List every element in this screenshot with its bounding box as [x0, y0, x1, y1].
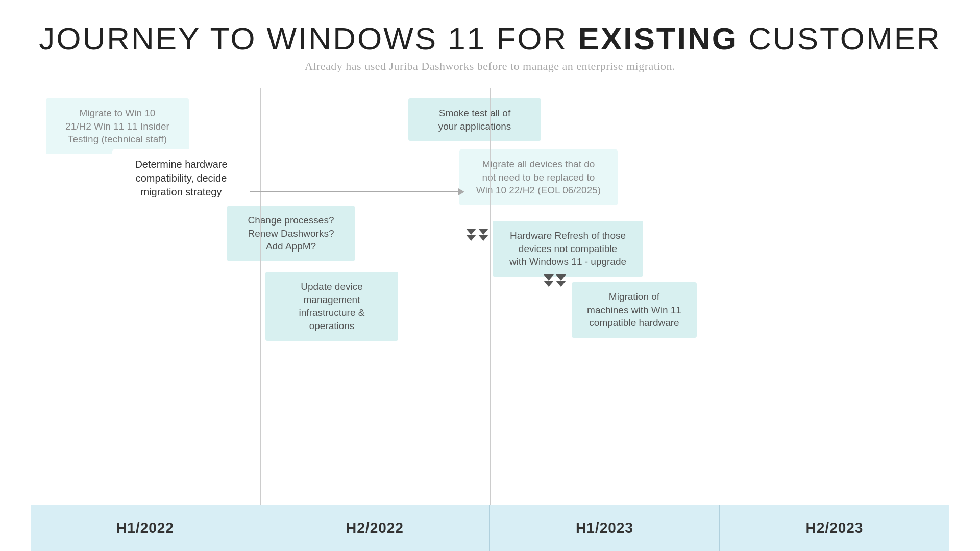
box-change-processes: Change processes?Renew Dashworks?Add App… [227, 206, 355, 261]
double-chevron-2 [544, 274, 566, 287]
title-section: JOURNEY TO WINDOWS 11 FOR EXISTING CUSTO… [39, 20, 941, 73]
change-processes-text: Change processes?Renew Dashworks?Add App… [248, 215, 334, 252]
box-update-device: Update devicemanagementinfrastructure & … [265, 272, 398, 341]
title-end: CUSTOMER [738, 21, 941, 56]
box-migrate-devices: Migrate all devices that donot need to b… [459, 149, 618, 205]
migrate-win10-text: Migrate to Win 1021/H2 Win 11 11 Insider… [65, 108, 169, 144]
page-container: JOURNEY TO WINDOWS 11 FOR EXISTING CUSTO… [0, 0, 980, 551]
title-normal: JOURNEY TO WINDOWS 11 FOR [39, 21, 578, 56]
update-device-text: Update devicemanagementinfrastructure & … [299, 281, 365, 331]
period-h2-2022: H2/2022 [260, 505, 490, 551]
main-title: JOURNEY TO WINDOWS 11 FOR EXISTING CUSTO… [39, 20, 941, 57]
migrate-devices-text: Migrate all devices that donot need to b… [476, 159, 601, 195]
period-h2-2023: H2/2023 [720, 505, 949, 551]
timeline-bar: H1/2022 H2/2022 H1/2023 H2/2023 [31, 505, 949, 551]
box-determine-hw: Determine hardwarecompatibility, decidem… [112, 149, 250, 207]
box-hw-refresh: Hardware Refresh of thosedevices not com… [493, 221, 643, 277]
period-h1-2023: H1/2023 [490, 505, 720, 551]
box-migrate-win10: Migrate to Win 1021/H2 Win 11 11 Insider… [46, 98, 189, 154]
period-h1-2022: H1/2022 [31, 505, 260, 551]
divider-3 [720, 88, 720, 505]
double-chevron-1 [466, 229, 488, 241]
determine-hw-text: Determine hardwarecompatibility, decidem… [135, 159, 227, 197]
subtitle: Already has used Juriba Dashworks before… [39, 60, 941, 73]
arrow-line [250, 191, 458, 192]
timeline-content: Migrate to Win 1021/H2 Win 11 11 Insider… [31, 88, 949, 505]
box-migration-machines: Migration ofmachines with Win 11compatib… [572, 282, 697, 338]
hw-refresh-text: Hardware Refresh of thosedevices not com… [509, 230, 626, 267]
box-smoke-test: Smoke test all ofyour applications [408, 98, 541, 141]
arrow-head [458, 188, 464, 195]
smoke-test-text: Smoke test all ofyour applications [438, 108, 511, 132]
timeline-wrapper: Migrate to Win 1021/H2 Win 11 11 Insider… [31, 88, 949, 551]
title-bold: EXISTING [578, 21, 738, 56]
migration-machines-text: Migration ofmachines with Win 11compatib… [587, 291, 681, 328]
arrow-hw-to-migrate [250, 188, 464, 195]
